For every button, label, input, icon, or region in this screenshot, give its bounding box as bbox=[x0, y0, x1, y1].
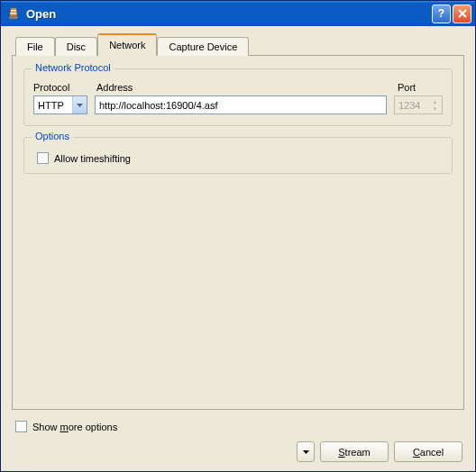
address-input[interactable] bbox=[95, 95, 387, 114]
close-button[interactable] bbox=[453, 5, 471, 23]
show-more-options-label: Show more options bbox=[32, 422, 117, 432]
help-button[interactable]: ? bbox=[432, 5, 451, 23]
svg-rect-2 bbox=[10, 13, 16, 14]
titlebar: Open ? bbox=[1, 1, 475, 26]
port-spin-buttons: ▲ ▼ bbox=[428, 98, 442, 113]
protocol-select[interactable]: HTTP bbox=[33, 95, 87, 114]
group-label-network-protocol: Network Protocol bbox=[32, 62, 114, 73]
address-label: Address bbox=[96, 82, 389, 93]
window-title: Open bbox=[26, 7, 432, 21]
svg-rect-1 bbox=[11, 10, 16, 11]
client-area: File Disc Network Capture Device Network… bbox=[1, 26, 475, 471]
spin-down-icon: ▼ bbox=[428, 105, 442, 113]
allow-timeshifting-checkbox[interactable] bbox=[37, 152, 49, 164]
footer: Show more options Stream Cancel bbox=[12, 415, 464, 462]
button-row: Stream Cancel bbox=[12, 441, 464, 462]
tab-panel-network: Network Protocol Protocol Address Port H… bbox=[12, 55, 464, 410]
svg-marker-0 bbox=[10, 8, 17, 16]
allow-timeshifting-label: Allow timeshifting bbox=[54, 153, 131, 164]
open-dialog: Open ? File Disc Network Capture Device … bbox=[0, 0, 476, 472]
stream-dropdown-button[interactable] bbox=[297, 441, 315, 462]
titlebar-buttons: ? bbox=[432, 5, 471, 23]
svg-rect-3 bbox=[9, 16, 18, 19]
svg-marker-4 bbox=[77, 104, 83, 107]
group-options: Options Allow timeshifting bbox=[23, 137, 453, 174]
cancel-button[interactable]: Cancel bbox=[394, 441, 462, 462]
app-icon bbox=[6, 6, 21, 21]
tab-disc[interactable]: Disc bbox=[55, 37, 97, 56]
stream-button[interactable]: Stream bbox=[320, 441, 389, 462]
tab-network[interactable]: Network bbox=[97, 33, 157, 56]
protocol-label: Protocol bbox=[33, 82, 87, 93]
show-more-options-checkbox[interactable] bbox=[15, 421, 27, 432]
tab-bar: File Disc Network Capture Device bbox=[12, 35, 464, 56]
group-label-options: Options bbox=[32, 131, 73, 141]
tab-capture-device[interactable]: Capture Device bbox=[157, 37, 249, 56]
protocol-value: HTTP bbox=[38, 100, 64, 111]
show-more-options-row[interactable]: Show more options bbox=[15, 421, 464, 432]
allow-timeshifting-row[interactable]: Allow timeshifting bbox=[37, 152, 443, 164]
spin-up-icon: ▲ bbox=[428, 98, 442, 105]
field-inputs-row: HTTP 1234 ▲ ▼ bbox=[33, 95, 443, 114]
group-network-protocol: Network Protocol Protocol Address Port H… bbox=[23, 68, 453, 126]
port-value: 1234 bbox=[395, 100, 428, 111]
field-labels-row: Protocol Address Port bbox=[33, 82, 443, 93]
chevron-down-icon bbox=[72, 96, 87, 113]
port-label: Port bbox=[398, 82, 443, 93]
port-spinner: 1234 ▲ ▼ bbox=[394, 95, 443, 114]
svg-marker-5 bbox=[303, 450, 309, 454]
tab-file[interactable]: File bbox=[15, 37, 55, 56]
